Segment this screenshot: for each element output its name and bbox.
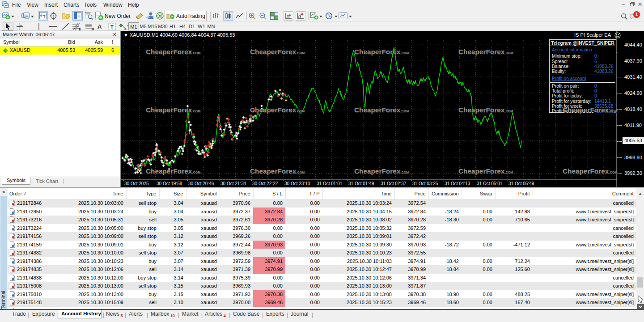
svg-text:E: E: [79, 28, 81, 31]
svg-text:T: T: [110, 24, 114, 30]
svg-text:F: F: [92, 28, 94, 31]
